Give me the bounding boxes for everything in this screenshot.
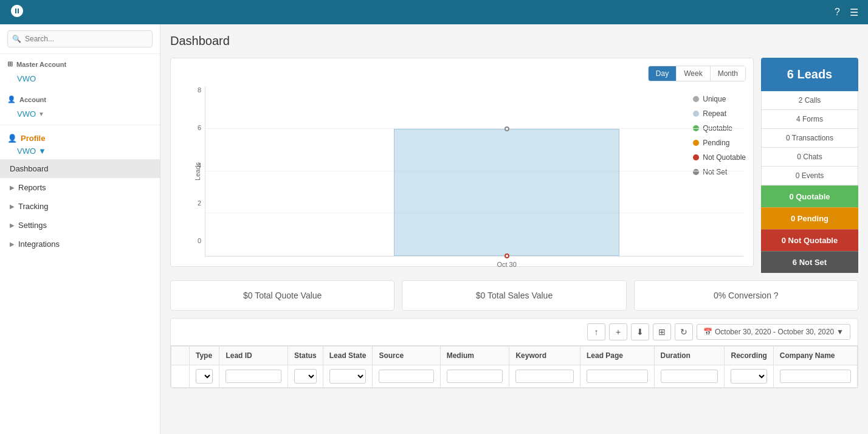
recording-filter-select[interactable] [731,369,766,384]
chart-dot-top [505,126,509,131]
month-button[interactable]: Month [710,66,745,81]
profile-account-name[interactable]: VWO ▼ [0,145,160,159]
calendar-icon: 📅 [703,328,712,336]
download-button[interactable]: ⬇ [631,323,649,340]
sidebar-item-tracking[interactable]: ▶ Tracking [0,197,160,216]
help-icon[interactable]: ? [835,7,840,18]
filter-source[interactable] [373,365,440,388]
status-filter-select[interactable] [294,369,317,384]
filter-checkbox-cell [171,365,190,388]
quotable-button[interactable]: 0 Quotable [761,185,858,207]
master-account-icon: ⊞ [7,60,13,68]
filter-status[interactable] [288,365,323,388]
filter-company-name[interactable] [773,365,857,388]
integrations-arrow: ▶ [10,241,15,247]
sales-value-label: $0 Total Sales Value [476,291,553,300]
main-content: Dashboard Day Week Month Unique [160,24,868,434]
stat-calls: 2 Calls [761,91,858,110]
sidebar: 🔍 ⊞ Master Account VWO 👤 Account VWO ▼ 👤… [0,24,160,434]
sidebar-item-reports[interactable]: ▶ Reports [0,178,160,197]
reports-arrow: ▶ [10,184,15,191]
stat-chats: 0 Chats [761,148,858,167]
metric-quote-value: $0 Total Quote Value [170,280,394,311]
upload-button[interactable]: ↑ [587,323,605,340]
y-axis: 8 6 4 2 0 [181,86,205,257]
reports-label: Reports [18,183,46,192]
sidebar-item-settings[interactable]: ▶ Settings [0,216,160,235]
integrations-label: Integrations [18,239,60,249]
tracking-arrow: ▶ [10,203,15,210]
settings-arrow: ▶ [10,222,15,229]
th-medium: Medium [440,346,509,365]
pending-button[interactable]: 0 Pending [761,207,858,229]
stats-panel: 6 Leads 2 Calls 4 Forms 0 Transactions 0… [761,58,858,273]
quote-value-label: $0 Total Quote Value [243,291,322,300]
table-toolbar: ↑ + ⬇ ⊞ ↻ 📅 October 30, 2020 - October 3… [171,319,858,346]
day-button[interactable]: Day [649,66,676,81]
account-name[interactable]: VWO ▼ [0,107,160,125]
account-label: Account [19,96,46,103]
lead-state-filter-select[interactable] [329,369,367,384]
add-button[interactable]: + [609,323,627,340]
table-header-row: Type Lead ID Status Lead State Source Me… [171,346,858,365]
metric-cards: $0 Total Quote Value $0 Total Sales Valu… [170,280,858,311]
page-title: Dashboard [170,34,858,48]
not-quotable-button[interactable]: 0 Not Quotable [761,229,858,251]
table-filter-row [171,365,858,388]
stat-transactions: 0 Transactions [761,129,858,148]
leads-table: Type Lead ID Status Lead State Source Me… [171,346,858,388]
filter-type[interactable] [190,365,219,388]
date-range-button[interactable]: 📅 October 30, 2020 - October 30, 2020 ▼ [697,324,850,340]
th-lead-state: Lead State [323,346,373,365]
filter-duration[interactable] [654,365,725,388]
duration-filter-input[interactable] [661,370,718,383]
source-filter-input[interactable] [379,370,433,383]
dashboard-top-row: Day Week Month Unique Repeat [170,58,858,273]
week-button[interactable]: Week [676,66,709,81]
chart-area: 8 6 4 2 0 Leads [181,86,743,257]
lead-page-filter-input[interactable] [587,370,648,383]
profile-dropdown-arrow: ▼ [38,146,46,156]
stat-forms: 4 Forms [761,110,858,129]
filter-lead-page[interactable] [580,365,654,388]
filter-lead-id[interactable] [219,365,288,388]
th-duration: Duration [654,346,725,365]
sidebar-item-integrations[interactable]: ▶ Integrations [0,235,160,253]
account-icon: 👤 [7,95,16,103]
settings-label: Settings [18,221,47,230]
stat-events: 0 Events [761,167,858,185]
columns-button[interactable]: ⊞ [653,323,671,340]
filter-recording[interactable] [725,365,773,388]
metric-sales-value: $0 Total Sales Value [402,280,626,311]
user-menu-icon[interactable]: ☰ [850,7,858,18]
lead-id-filter-input[interactable] [226,370,281,383]
th-status: Status [288,346,323,365]
not-set-button[interactable]: 6 Not Set [761,251,858,273]
chart-bar-oct30 [394,129,620,256]
th-recording: Recording [725,346,773,365]
profile-icon: 👤 [7,134,17,143]
app-logo [10,4,24,21]
medium-filter-input[interactable] [447,370,503,383]
type-filter-select[interactable] [196,369,213,384]
table-panel: ↑ + ⬇ ⊞ ↻ 📅 October 30, 2020 - October 3… [170,318,858,388]
company-name-filter-input[interactable] [780,370,851,383]
conversion-label: 0% Conversion ? [714,291,779,300]
master-account-section: ⊞ Master Account [0,54,160,72]
filter-medium[interactable] [440,365,509,388]
sidebar-item-dashboard[interactable]: Dashboard [0,159,160,178]
keyword-filter-input[interactable] [515,370,574,383]
chart-dot-bottom [505,253,509,258]
y-axis-label: Leads [194,162,201,181]
th-company-name: Company Name [773,346,857,365]
filter-keyword[interactable] [509,365,580,388]
metric-conversion: 0% Conversion ? [634,280,858,311]
th-lead-id: Lead ID [219,346,288,365]
leads-header: 6 Leads [761,58,858,91]
search-input[interactable] [7,30,153,47]
filter-lead-state[interactable] [323,365,373,388]
chart-plot: Oct 30 [205,86,743,257]
master-account-name[interactable]: VWO [0,72,160,89]
refresh-button[interactable]: ↻ [675,323,693,340]
date-range-label: October 30, 2020 - October 30, 2020 [715,328,834,336]
